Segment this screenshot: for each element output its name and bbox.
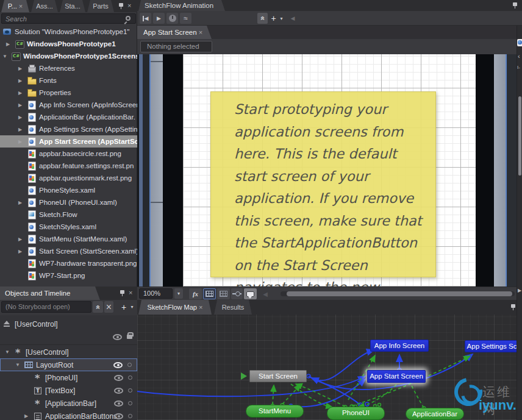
tree-item[interactable]: ▶ApplicationBar (ApplicationBar. — [0, 111, 137, 123]
expander-icon[interactable]: ▶ — [6, 41, 15, 47]
zoom-level-field[interactable]: 100% — [139, 288, 173, 299]
tab-results[interactable]: Results — [214, 300, 252, 315]
tree-item[interactable]: ▶References — [0, 62, 137, 74]
tree-item[interactable]: appbar.feature.settings.rest.pn — [0, 160, 137, 172]
chevron-left-icon[interactable]: ‹ — [518, 52, 520, 60]
tree-item[interactable]: PhoneStyles.xaml — [0, 184, 137, 196]
pin-icon[interactable] — [120, 290, 125, 297]
horizontal-scrollbar[interactable] — [281, 291, 515, 296]
horizontal-scrollbar-thumb[interactable] — [287, 291, 512, 296]
tree-item[interactable]: ▶App Start Screen (AppStartScre — [0, 135, 137, 148]
pin-icon[interactable] — [512, 2, 518, 9]
tab-objects-and-timeline[interactable]: Objects and Timeline — [0, 287, 100, 300]
sticky-note-textbox[interactable]: Start prototyping your application scree… — [210, 91, 436, 277]
play-button[interactable]: ▶ — [153, 13, 165, 24]
tab-parts[interactable]: Parts — [87, 0, 114, 12]
tree-item[interactable]: ▶StartMenu (StartMenu.xaml) — [0, 233, 137, 245]
expander-icon[interactable]: ▶ — [24, 413, 33, 419]
expander-icon[interactable]: ▼ — [5, 349, 13, 355]
map-node-phoneui[interactable]: PhoneUI — [327, 407, 385, 420]
expander-icon[interactable]: ▶ — [18, 200, 27, 205]
expander-icon[interactable]: ▶ — [18, 127, 27, 132]
tab-projects[interactable]: P... × — [1, 0, 29, 12]
tree-item[interactable]: ▶App Info Screen (AppInfoScreen — [0, 99, 137, 111]
expander-icon[interactable]: ▼ — [2, 54, 11, 59]
tree-item[interactable]: ▼WindowsPhonePrototype1Screens — [0, 50, 137, 62]
opacity-toggle-icon[interactable] — [128, 388, 132, 393]
objects-tree-item[interactable]: [UserControl] — [0, 318, 137, 330]
zoom-dropdown-button[interactable]: ▾ — [174, 288, 183, 299]
lock-icon[interactable] — [127, 335, 132, 339]
tree-item[interactable]: WP7-Start.png — [0, 269, 137, 282]
fit-canvas-icon[interactable] — [517, 39, 522, 46]
tree-item[interactable]: ▶WindowsPhonePrototype1 — [0, 38, 137, 50]
design-canvas[interactable]: Start prototyping your application scree… — [137, 54, 517, 287]
easing-button[interactable]: ≈ — [180, 13, 191, 24]
tree-item[interactable]: ▶Fonts — [0, 74, 137, 87]
opacity-toggle-icon[interactable] — [128, 401, 132, 405]
eye-icon[interactable] — [114, 388, 123, 394]
eye-icon[interactable] — [114, 375, 123, 381]
opacity-toggle-icon[interactable] — [128, 414, 132, 418]
objects-tree-item[interactable]: [PhoneUI] — [0, 371, 137, 384]
close-icon[interactable]: × — [199, 29, 202, 36]
expander-icon[interactable]: ▼ — [15, 362, 24, 368]
storyboard-options-dropdown[interactable]: ▾ — [129, 301, 135, 313]
sketchflow-map[interactable]: Start Screen App Info Screen App Setting… — [137, 315, 522, 420]
map-node-startmenu[interactable]: StartMenu — [246, 405, 304, 418]
search-input[interactable]: Search — [1, 13, 136, 24]
pin-icon[interactable] — [510, 304, 516, 311]
opacity-toggle-icon[interactable] — [128, 376, 132, 380]
tab-sketchflow-animation[interactable]: SketchFlow Animation — [138, 0, 225, 11]
snap-to-grid-button[interactable] — [217, 288, 230, 299]
objects-tree-item[interactable]: ▼LayoutRoot — [0, 358, 137, 371]
close-icon[interactable]: × — [199, 304, 202, 311]
tab-assets[interactable]: Ass... — [31, 0, 58, 12]
eye-icon[interactable] — [114, 400, 123, 407]
eye-icon[interactable] — [114, 413, 123, 419]
close-icon[interactable]: × — [129, 290, 132, 296]
expander-icon[interactable]: ▶ — [18, 78, 27, 84]
vertical-scrollbar-thumb[interactable] — [518, 96, 521, 176]
expander-icon[interactable]: ▶ — [18, 90, 27, 96]
close-icon[interactable]: × — [19, 2, 23, 10]
map-node-app-settings-screen[interactable]: App Settings Screen — [465, 340, 522, 352]
expander-icon[interactable]: ▶ — [18, 139, 27, 144]
objects-tree-item[interactable]: [TextBox] — [0, 384, 137, 397]
tree-item[interactable]: appbar.basecircle.rest.png — [0, 148, 137, 160]
tab-app-start-screen[interactable]: App Start Screen × — [137, 26, 212, 39]
storyboard-selector[interactable]: (No Storyboard open) — [1, 301, 91, 313]
annotations-toggle-button[interactable] — [244, 288, 257, 299]
map-node-start-screen[interactable]: Start Screen — [249, 370, 307, 382]
tree-item[interactable]: Sketch.Flow — [0, 208, 137, 221]
expander-icon[interactable]: ▶ — [18, 249, 27, 254]
tree-item[interactable]: Solution "WindowsPhonePrototype1" — [0, 26, 137, 38]
snap-to-snaplines-button[interactable] — [231, 288, 243, 299]
tree-item[interactable]: ▶App Settings Screen (AppSettin — [0, 123, 137, 135]
scroll-right-button[interactable]: ▶ — [518, 288, 521, 293]
go-to-start-button[interactable]: ◀ — [140, 13, 151, 24]
map-node-app-start-screen[interactable]: App Start Screen — [367, 370, 426, 383]
add-keyframe-button[interactable]: + — [269, 13, 278, 24]
eye-icon[interactable] — [113, 334, 122, 340]
expander-icon[interactable]: ▶ — [18, 66, 27, 71]
map-node-app-info-screen[interactable]: App Info Screen — [370, 340, 429, 352]
playback-speed-button[interactable] — [166, 13, 178, 24]
keyframe-options-dropdown[interactable]: ▾ — [278, 13, 285, 24]
tree-item[interactable]: SketchStyles.xaml — [0, 221, 137, 233]
tree-item[interactable]: WP7-hardware transparent.png — [0, 257, 137, 269]
tree-item[interactable]: ▶Properties — [0, 87, 137, 99]
storyboard-expand-button[interactable]: » — [93, 301, 103, 313]
objects-tree-item[interactable]: [ApplicationBar] — [0, 397, 137, 410]
objects-tree-item[interactable]: ▶ApplicationBarButtons — [0, 410, 137, 420]
expander-icon[interactable]: ▶ — [18, 115, 27, 120]
eye-icon[interactable] — [113, 362, 123, 368]
expand-timeline-button[interactable]: » — [257, 13, 268, 24]
expander-icon[interactable]: ▶ — [18, 237, 27, 242]
previous-frame-button[interactable]: ◀ — [288, 13, 297, 24]
new-storyboard-button[interactable]: + — [119, 301, 129, 313]
expander-icon[interactable]: ▶ — [18, 102, 27, 108]
effects-toggle-button[interactable]: fx — [189, 288, 202, 299]
breadcrumb[interactable]: Nothing selected — [140, 41, 212, 52]
tree-item[interactable]: ▶PhoneUI (PhoneUI.xaml) — [0, 196, 137, 208]
